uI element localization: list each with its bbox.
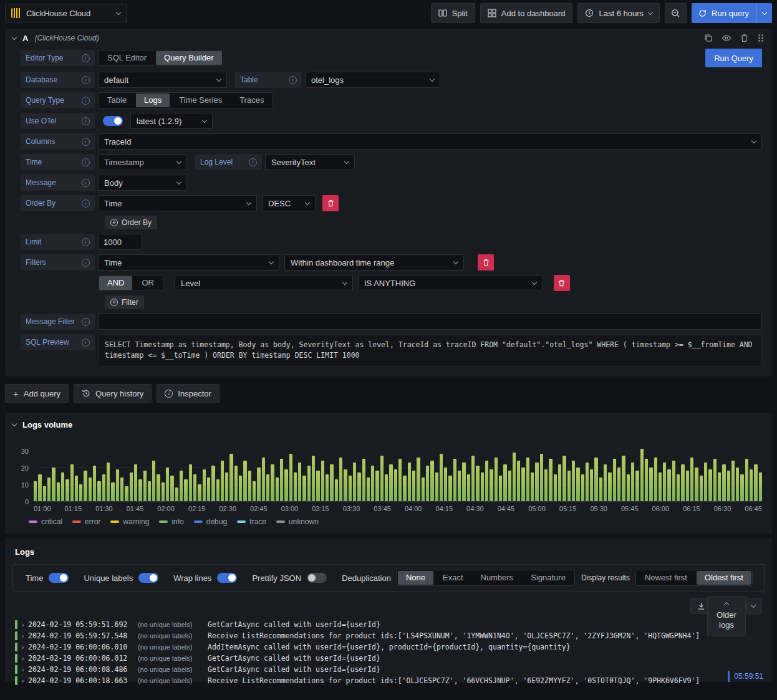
info-icon[interactable]: i bbox=[82, 97, 90, 105]
volume-bar[interactable] bbox=[193, 474, 196, 501]
message-filter-input[interactable] bbox=[98, 314, 762, 330]
volume-bar[interactable] bbox=[517, 461, 520, 501]
legend-item[interactable]: trace bbox=[237, 517, 266, 526]
remove-filter2-button[interactable] bbox=[554, 275, 570, 291]
volume-bar[interactable] bbox=[462, 463, 465, 501]
legend-item[interactable]: debug bbox=[194, 517, 227, 526]
volume-bar[interactable] bbox=[175, 487, 178, 501]
add-to-dashboard-button[interactable]: Add to dashboard bbox=[480, 3, 573, 23]
remove-order-by-button[interactable] bbox=[322, 195, 339, 211]
volume-bar[interactable] bbox=[700, 476, 703, 501]
info-icon[interactable]: i bbox=[82, 179, 90, 187]
volume-bar[interactable] bbox=[485, 461, 488, 501]
volume-bar[interactable] bbox=[38, 474, 41, 501]
volume-bar[interactable] bbox=[731, 461, 735, 501]
info-icon[interactable]: i bbox=[249, 158, 257, 166]
info-icon[interactable]: i bbox=[82, 138, 90, 146]
volume-bar[interactable] bbox=[43, 486, 46, 501]
volume-bar[interactable] bbox=[740, 474, 743, 501]
older-logs-button[interactable]: Older logs bbox=[707, 596, 746, 636]
display-option-oldest[interactable]: Oldest first bbox=[697, 571, 751, 585]
volume-bar[interactable] bbox=[184, 479, 187, 501]
volume-bar[interactable] bbox=[262, 458, 265, 501]
volume-bar[interactable] bbox=[654, 458, 657, 501]
volume-bar[interactable] bbox=[558, 464, 561, 501]
volume-bar[interactable] bbox=[349, 476, 352, 501]
inspector-button[interactable]: i Inspector bbox=[157, 384, 219, 403]
info-icon[interactable]: i bbox=[82, 76, 90, 84]
volume-bar[interactable] bbox=[362, 459, 365, 501]
volume-bar[interactable] bbox=[394, 469, 397, 501]
volume-bar[interactable] bbox=[622, 456, 625, 501]
volume-bar[interactable] bbox=[289, 454, 292, 501]
volume-bar[interactable] bbox=[344, 469, 347, 501]
volume-bar[interactable] bbox=[495, 458, 498, 501]
volume-bar[interactable] bbox=[544, 469, 548, 501]
volume-bar[interactable] bbox=[562, 456, 566, 501]
use-otel-toggle[interactable] bbox=[103, 116, 123, 126]
bool-or-option[interactable]: OR bbox=[133, 276, 162, 290]
display-option-newest[interactable]: Newest first bbox=[637, 571, 695, 585]
volume-bar[interactable] bbox=[554, 474, 557, 501]
volume-bar[interactable] bbox=[234, 466, 238, 501]
query-type-option-logs[interactable]: Logs bbox=[136, 93, 170, 107]
dedup-option-none[interactable]: None bbox=[398, 571, 433, 585]
volume-bar[interactable] bbox=[490, 469, 493, 501]
volume-bar[interactable] bbox=[326, 474, 329, 501]
duplicate-icon[interactable] bbox=[704, 34, 713, 42]
legend-item[interactable]: warning bbox=[110, 517, 149, 526]
volume-bar[interactable] bbox=[631, 463, 634, 501]
volume-bar[interactable] bbox=[61, 472, 64, 501]
dedup-option-signature[interactable]: Signature bbox=[523, 571, 574, 585]
dedup-option-numbers[interactable]: Numbers bbox=[473, 571, 522, 585]
volume-bar[interactable] bbox=[745, 459, 748, 501]
volume-bar[interactable] bbox=[339, 458, 342, 501]
volume-bar[interactable] bbox=[417, 458, 420, 501]
run-query-caret-button[interactable] bbox=[756, 3, 772, 23]
volume-bar[interactable] bbox=[257, 467, 260, 501]
volume-bar[interactable] bbox=[375, 471, 379, 501]
volume-bar[interactable] bbox=[458, 471, 461, 501]
volume-bar[interactable] bbox=[211, 466, 215, 501]
volume-bar[interactable] bbox=[581, 474, 584, 501]
volume-bar[interactable] bbox=[708, 469, 712, 501]
volume-bar[interactable] bbox=[613, 459, 616, 501]
volume-bar[interactable] bbox=[162, 482, 165, 501]
expand-chevron-icon[interactable]: › bbox=[22, 633, 28, 640]
volume-bar[interactable] bbox=[627, 474, 630, 501]
columns-multiselect[interactable]: TraceId bbox=[98, 133, 762, 150]
volume-bar[interactable] bbox=[635, 471, 639, 501]
legend-item[interactable]: info bbox=[159, 517, 183, 526]
volume-bar[interactable] bbox=[203, 469, 206, 501]
volume-bar[interactable] bbox=[93, 466, 96, 501]
collapse-chevron-icon[interactable] bbox=[12, 421, 17, 426]
volume-bar[interactable] bbox=[667, 469, 670, 501]
info-icon[interactable]: i bbox=[82, 199, 90, 208]
volume-bar[interactable] bbox=[330, 464, 333, 501]
volume-bar[interactable] bbox=[453, 459, 456, 501]
volume-bar[interactable] bbox=[97, 481, 100, 501]
editor-type-option-sql[interactable]: SQL Editor bbox=[99, 51, 155, 65]
volume-bar[interactable] bbox=[663, 463, 666, 501]
info-icon[interactable]: i bbox=[82, 158, 90, 166]
info-icon[interactable]: i bbox=[82, 338, 90, 347]
filter2-operator-select[interactable]: IS ANYTHING bbox=[358, 275, 543, 291]
volume-bar[interactable] bbox=[403, 476, 406, 501]
eye-icon[interactable] bbox=[722, 34, 731, 42]
volume-bar[interactable] bbox=[690, 458, 693, 501]
volume-bar[interactable] bbox=[412, 471, 415, 501]
volume-bar[interactable] bbox=[604, 464, 607, 501]
prettify-json-toggle[interactable] bbox=[307, 573, 327, 583]
volume-bar[interactable] bbox=[157, 474, 160, 501]
editor-type-option-builder[interactable]: Query Builder bbox=[156, 51, 221, 65]
volume-bar[interactable] bbox=[389, 464, 392, 501]
query-type-option-timeseries[interactable]: Time Series bbox=[171, 93, 230, 107]
volume-bar[interactable] bbox=[617, 467, 620, 501]
volume-bar[interactable] bbox=[148, 481, 151, 501]
info-icon[interactable]: i bbox=[82, 259, 90, 267]
legend-item[interactable]: error bbox=[72, 517, 100, 526]
volume-bar[interactable] bbox=[75, 476, 78, 501]
volume-bar[interactable] bbox=[170, 476, 173, 501]
expand-chevron-icon[interactable]: › bbox=[22, 666, 28, 673]
volume-bar[interactable] bbox=[713, 459, 717, 501]
